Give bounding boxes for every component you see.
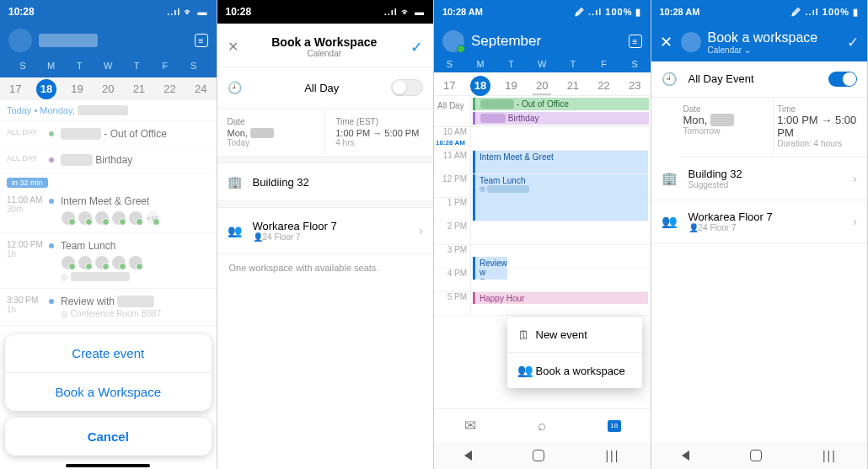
event-title: Birthday bbox=[61, 154, 132, 166]
allday-event[interactable]: - Out of Office bbox=[473, 98, 649, 110]
event-block[interactable]: Intern Meet & Greet bbox=[473, 151, 648, 173]
modal-header: ✕ Book a Workspace Calendar ✓ bbox=[217, 24, 434, 67]
close-icon[interactable]: ✕ bbox=[660, 33, 672, 51]
building-sub: Suggested bbox=[689, 180, 854, 189]
recents-button[interactable]: ||| bbox=[822, 449, 837, 462]
status-icons: ..ıl ᯤ ▬ bbox=[167, 7, 207, 17]
event-allday[interactable]: ALL DAY - Out of Office bbox=[0, 121, 217, 147]
all-day-section: All Day - Out of Office Birthday bbox=[434, 96, 651, 127]
date-cell[interactable]: 19 bbox=[62, 83, 93, 95]
calendar-picker[interactable]: Calendar ⌄ bbox=[708, 45, 818, 55]
date-cell[interactable]: 23 bbox=[619, 79, 651, 92]
building-row[interactable]: 🏢 Building 32 Suggested › bbox=[651, 157, 868, 200]
event-block[interactable]: Review w◎ Confe bbox=[473, 257, 507, 280]
event-row[interactable]: 3:30 PM1h Review with ◎ Conference Room … bbox=[0, 289, 217, 326]
event-allday[interactable]: ALL DAY Birthday bbox=[0, 147, 217, 173]
footer-note: One workspace with available seats. bbox=[217, 254, 434, 281]
event-title: Review with bbox=[61, 296, 210, 307]
agenda-icon[interactable]: ≡ bbox=[629, 35, 642, 48]
agenda-icon[interactable]: ≡ bbox=[195, 34, 208, 47]
date-cell[interactable]: 24 bbox=[185, 83, 217, 95]
hour-label: 4 PM bbox=[434, 269, 471, 291]
avatar[interactable] bbox=[681, 32, 701, 52]
event-block[interactable]: Team Lunch◎ bbox=[473, 174, 648, 221]
date-time-row[interactable]: Date Mon, Today Time (EST) 1:00 PM → 5:0… bbox=[217, 109, 434, 157]
workarea-sub: 👤24 Floor 7 bbox=[689, 223, 854, 232]
status-icons: ..ıl ᯤ ▬ bbox=[384, 7, 425, 17]
date-cell-selected[interactable]: 18 bbox=[465, 79, 496, 92]
calendar-tab[interactable] bbox=[578, 409, 651, 442]
event-location: ◎ bbox=[61, 272, 210, 281]
book-workspace-option[interactable]: Book a Workspace bbox=[5, 373, 212, 411]
home-button[interactable] bbox=[750, 450, 762, 461]
dow: S bbox=[619, 59, 651, 69]
context-menu: 🗓New event 👥Book a workspace bbox=[507, 317, 642, 388]
workarea-row[interactable]: 👥 Workarea Floor 7 👤24 Floor 7 › bbox=[651, 200, 868, 243]
workarea-label: Workarea Floor 7 bbox=[689, 211, 854, 223]
all-day-label: All Day Event bbox=[689, 72, 754, 85]
avatar[interactable] bbox=[442, 30, 464, 52]
status-bar: 10:28 AM 🖉 ..ıl 100% ▮ bbox=[434, 0, 651, 24]
attendee-avatars bbox=[61, 255, 210, 270]
day-grid[interactable]: 10:28 AM 10 AM 11 AM 12 PM 1 PM 2 PM 3 P… bbox=[434, 127, 651, 316]
today-label: Today • Monday, bbox=[0, 100, 217, 121]
building-row[interactable]: 🏢 Buildiing 32 bbox=[217, 163, 434, 201]
allday-event[interactable]: Birthday bbox=[473, 112, 649, 125]
mail-tab[interactable]: ✉ bbox=[434, 409, 506, 442]
event-lead: ALL DAY bbox=[7, 154, 49, 166]
all-day-toggle[interactable] bbox=[828, 72, 857, 87]
all-day-toggle[interactable] bbox=[391, 79, 423, 96]
avatar[interactable] bbox=[8, 29, 32, 52]
home-button[interactable] bbox=[533, 450, 544, 461]
all-day-label: All Day bbox=[434, 96, 471, 126]
create-event-option[interactable]: Create event bbox=[5, 334, 212, 373]
date-cell[interactable]: 22 bbox=[588, 79, 619, 92]
date-label: Date bbox=[683, 104, 767, 114]
confirm-icon[interactable]: ✓ bbox=[847, 34, 859, 51]
date-cell[interactable]: 22 bbox=[154, 83, 185, 95]
event-dot bbox=[49, 157, 54, 163]
all-day-row[interactable]: 🕘 All Day Event bbox=[651, 61, 868, 98]
date-sub: Today bbox=[228, 138, 315, 147]
building-icon: 🏢 bbox=[228, 175, 244, 189]
confirm-icon[interactable]: ✓ bbox=[410, 38, 423, 56]
date-cell[interactable]: 17 bbox=[0, 83, 31, 95]
back-button[interactable] bbox=[682, 450, 689, 461]
recents-button[interactable]: ||| bbox=[605, 449, 619, 462]
status-icons: 🖉 ..ıl 100% ▮ bbox=[791, 7, 859, 18]
status-time: 10:28 AM bbox=[660, 7, 700, 17]
cancel-button[interactable]: Cancel bbox=[5, 418, 212, 456]
event-time: 3:30 PM1h bbox=[7, 296, 49, 318]
date-cell[interactable]: 20 bbox=[527, 79, 558, 92]
time-sub: Duration: 4 hours bbox=[777, 139, 860, 148]
status-icons: 🖉 ..ıl 100% ▮ bbox=[575, 7, 642, 18]
date-cell[interactable]: 21 bbox=[558, 79, 589, 92]
attendee-avatars: +10 bbox=[61, 211, 210, 226]
back-button[interactable] bbox=[464, 450, 472, 461]
search-tab[interactable]: ⌕ bbox=[506, 409, 579, 442]
date-cell-selected[interactable]: 18 bbox=[31, 83, 62, 95]
date-cell[interactable]: 20 bbox=[93, 83, 124, 95]
book-workspace-option[interactable]: 👥Book a workspace bbox=[507, 353, 642, 388]
dow: M bbox=[37, 61, 66, 71]
event-row[interactable]: 12:00 PM1h Team Lunch ◎ bbox=[0, 233, 217, 289]
date-cell[interactable]: 17 bbox=[434, 79, 465, 92]
date-cell[interactable]: 19 bbox=[496, 79, 527, 92]
date-cell[interactable]: 21 bbox=[124, 83, 155, 95]
date-time-row[interactable]: Date Mon, Tomorrow Time 1:00 PM → 5:00 P… bbox=[680, 98, 868, 157]
hour-label: 2 PM bbox=[434, 221, 471, 244]
event-row[interactable]: 11:00 AM30m Intern Meet & Greet +10 bbox=[0, 189, 217, 233]
workarea-row[interactable]: 👥 Workarea Floor 7 👤24 Floor 7 › bbox=[217, 208, 434, 254]
home-indicator[interactable] bbox=[66, 464, 150, 467]
event-block[interactable]: Happy Hour bbox=[473, 292, 648, 304]
event-dot bbox=[49, 243, 54, 248]
calendar-plus-icon: 🗓 bbox=[517, 328, 536, 342]
event-title: - Out of Office bbox=[61, 128, 167, 140]
bottom-nav: ✉ ⌕ bbox=[434, 408, 651, 442]
hour-label: 3 PM bbox=[434, 245, 471, 268]
close-icon[interactable]: ✕ bbox=[228, 39, 238, 55]
all-day-row[interactable]: 🕘 All Day bbox=[217, 67, 434, 109]
month-label[interactable]: September bbox=[471, 33, 629, 50]
new-event-option[interactable]: 🗓New event bbox=[507, 317, 642, 353]
time-label: Time bbox=[777, 104, 860, 114]
